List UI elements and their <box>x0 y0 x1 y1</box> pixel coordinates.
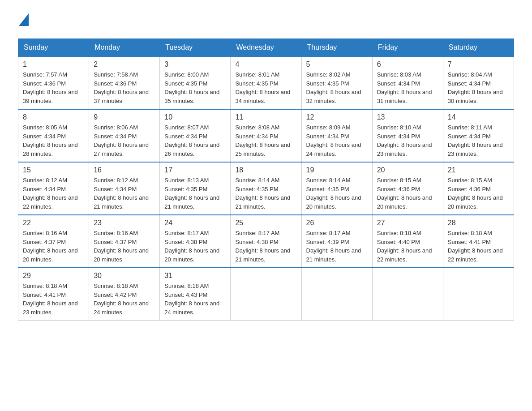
day-info: Sunrise: 8:17 AM Sunset: 4:38 PM Dayligh… <box>235 229 296 264</box>
day-number: 18 <box>235 166 296 174</box>
daylight-label: Daylight: 8 hours and 23 minutes. <box>23 300 78 316</box>
day-info: Sunrise: 8:18 AM Sunset: 4:40 PM Dayligh… <box>377 229 438 264</box>
day-number: 15 <box>23 166 84 174</box>
sunset-label: Sunset: 4:34 PM <box>235 133 278 140</box>
day-info: Sunrise: 8:08 AM Sunset: 4:34 PM Dayligh… <box>235 123 296 158</box>
col-header-wednesday: Wednesday <box>231 39 301 57</box>
daylight-label: Daylight: 8 hours and 21 minutes. <box>235 247 290 263</box>
col-header-sunday: Sunday <box>18 39 89 57</box>
calendar-cell: 2 Sunrise: 7:58 AM Sunset: 4:36 PM Dayli… <box>89 56 160 109</box>
day-number: 28 <box>448 219 509 227</box>
sunrise-label: Sunrise: 8:06 AM <box>94 124 138 131</box>
daylight-label: Daylight: 8 hours and 21 minutes. <box>164 194 219 210</box>
logo-triangle-icon <box>19 13 29 26</box>
day-info: Sunrise: 8:01 AM Sunset: 4:35 PM Dayligh… <box>235 70 296 105</box>
daylight-label: Daylight: 8 hours and 21 minutes. <box>306 247 361 263</box>
calendar-cell: 7 Sunrise: 8:04 AM Sunset: 4:34 PM Dayli… <box>443 56 514 109</box>
calendar-cell <box>231 268 301 321</box>
sunrise-label: Sunrise: 8:16 AM <box>94 230 138 236</box>
sunset-label: Sunset: 4:35 PM <box>235 80 278 87</box>
calendar-cell: 12 Sunrise: 8:09 AM Sunset: 4:34 PM Dayl… <box>301 109 372 162</box>
day-number: 7 <box>448 60 509 68</box>
sunset-label: Sunset: 4:35 PM <box>235 186 278 193</box>
calendar-table: SundayMondayTuesdayWednesdayThursdayFrid… <box>18 39 514 321</box>
calendar-cell: 23 Sunrise: 8:16 AM Sunset: 4:37 PM Dayl… <box>89 215 160 268</box>
daylight-label: Daylight: 8 hours and 20 minutes. <box>94 247 149 263</box>
sunset-label: Sunset: 4:34 PM <box>23 186 66 193</box>
daylight-label: Daylight: 8 hours and 22 minutes. <box>23 194 78 210</box>
sunrise-label: Sunrise: 7:57 AM <box>23 71 67 78</box>
calendar-cell <box>301 268 372 321</box>
day-info: Sunrise: 8:17 AM Sunset: 4:39 PM Dayligh… <box>306 229 368 264</box>
calendar-cell: 18 Sunrise: 8:14 AM Sunset: 4:35 PM Dayl… <box>231 162 301 215</box>
calendar-cell: 31 Sunrise: 8:18 AM Sunset: 4:43 PM Dayl… <box>160 268 231 321</box>
sunrise-label: Sunrise: 8:09 AM <box>306 124 351 131</box>
calendar-week-row: 1 Sunrise: 7:57 AM Sunset: 4:36 PM Dayli… <box>18 56 514 109</box>
sunset-label: Sunset: 4:36 PM <box>94 80 137 87</box>
daylight-label: Daylight: 8 hours and 24 minutes. <box>306 141 361 157</box>
col-header-tuesday: Tuesday <box>160 39 231 57</box>
day-info: Sunrise: 8:07 AM Sunset: 4:34 PM Dayligh… <box>164 123 226 158</box>
sunset-label: Sunset: 4:34 PM <box>448 133 491 140</box>
day-number: 12 <box>306 113 368 121</box>
calendar-cell: 20 Sunrise: 8:15 AM Sunset: 4:36 PM Dayl… <box>372 162 443 215</box>
logo-icon <box>18 13 29 30</box>
calendar-week-row: 22 Sunrise: 8:16 AM Sunset: 4:37 PM Dayl… <box>18 215 514 268</box>
calendar-cell: 1 Sunrise: 7:57 AM Sunset: 4:36 PM Dayli… <box>18 56 89 109</box>
day-number: 20 <box>377 166 438 174</box>
day-info: Sunrise: 8:12 AM Sunset: 4:34 PM Dayligh… <box>94 176 155 211</box>
day-number: 14 <box>448 113 509 121</box>
sunrise-label: Sunrise: 8:05 AM <box>23 124 67 131</box>
sunset-label: Sunset: 4:41 PM <box>448 239 491 245</box>
calendar-cell: 29 Sunrise: 8:18 AM Sunset: 4:41 PM Dayl… <box>18 268 89 321</box>
sunset-label: Sunset: 4:34 PM <box>377 80 420 87</box>
daylight-label: Daylight: 8 hours and 23 minutes. <box>377 141 432 157</box>
day-info: Sunrise: 8:14 AM Sunset: 4:35 PM Dayligh… <box>235 176 296 211</box>
sunrise-label: Sunrise: 8:03 AM <box>377 71 421 78</box>
sunrise-label: Sunrise: 8:08 AM <box>235 124 279 131</box>
day-info: Sunrise: 8:10 AM Sunset: 4:34 PM Dayligh… <box>377 123 438 158</box>
day-info: Sunrise: 8:14 AM Sunset: 4:35 PM Dayligh… <box>306 176 368 211</box>
calendar-cell: 22 Sunrise: 8:16 AM Sunset: 4:37 PM Dayl… <box>18 215 89 268</box>
sunset-label: Sunset: 4:34 PM <box>164 133 207 140</box>
day-number: 27 <box>377 219 438 227</box>
day-info: Sunrise: 8:15 AM Sunset: 4:36 PM Dayligh… <box>448 176 509 211</box>
calendar-cell: 30 Sunrise: 8:18 AM Sunset: 4:42 PM Dayl… <box>89 268 160 321</box>
calendar-cell: 10 Sunrise: 8:07 AM Sunset: 4:34 PM Dayl… <box>160 109 231 162</box>
sunrise-label: Sunrise: 8:12 AM <box>23 177 67 184</box>
sunset-label: Sunset: 4:34 PM <box>377 133 420 140</box>
calendar-cell: 8 Sunrise: 8:05 AM Sunset: 4:34 PM Dayli… <box>18 109 89 162</box>
day-number: 16 <box>94 166 155 174</box>
daylight-label: Daylight: 8 hours and 22 minutes. <box>377 247 432 263</box>
daylight-label: Daylight: 8 hours and 27 minutes. <box>94 141 149 157</box>
daylight-label: Daylight: 8 hours and 28 minutes. <box>23 141 78 157</box>
sunset-label: Sunset: 4:34 PM <box>23 133 66 140</box>
calendar-cell: 9 Sunrise: 8:06 AM Sunset: 4:34 PM Dayli… <box>89 109 160 162</box>
day-number: 1 <box>23 60 84 68</box>
day-number: 2 <box>94 60 155 68</box>
day-number: 8 <box>23 113 84 121</box>
day-number: 17 <box>164 166 226 174</box>
sunset-label: Sunset: 4:34 PM <box>94 133 137 140</box>
sunrise-label: Sunrise: 8:13 AM <box>164 177 209 184</box>
day-info: Sunrise: 8:00 AM Sunset: 4:35 PM Dayligh… <box>164 70 226 105</box>
day-info: Sunrise: 8:11 AM Sunset: 4:34 PM Dayligh… <box>448 123 509 158</box>
logo <box>18 13 30 30</box>
day-number: 24 <box>164 219 226 227</box>
day-number: 10 <box>164 113 226 121</box>
day-info: Sunrise: 8:16 AM Sunset: 4:37 PM Dayligh… <box>94 229 155 264</box>
sunset-label: Sunset: 4:37 PM <box>94 239 137 245</box>
day-info: Sunrise: 8:17 AM Sunset: 4:38 PM Dayligh… <box>164 229 226 264</box>
day-number: 19 <box>306 166 368 174</box>
sunrise-label: Sunrise: 8:18 AM <box>23 283 67 289</box>
day-info: Sunrise: 8:04 AM Sunset: 4:34 PM Dayligh… <box>448 70 509 105</box>
day-number: 4 <box>235 60 296 68</box>
sunrise-label: Sunrise: 8:14 AM <box>306 177 351 184</box>
day-number: 5 <box>306 60 368 68</box>
calendar-cell <box>372 268 443 321</box>
sunset-label: Sunset: 4:35 PM <box>306 186 349 193</box>
day-number: 22 <box>23 219 84 227</box>
sunrise-label: Sunrise: 7:58 AM <box>94 71 138 78</box>
daylight-label: Daylight: 8 hours and 39 minutes. <box>23 89 78 104</box>
sunrise-label: Sunrise: 8:18 AM <box>164 283 209 289</box>
